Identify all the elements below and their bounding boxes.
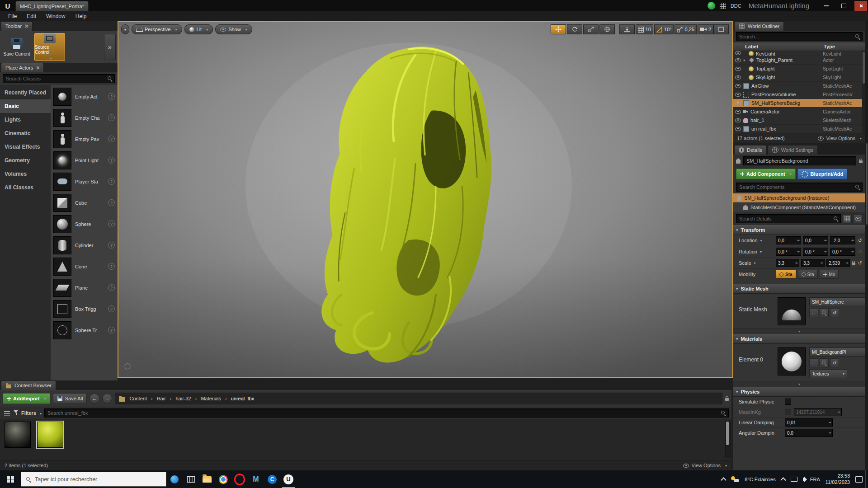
minimize-button[interactable] <box>820 1 833 11</box>
angular-damping-field[interactable]: 0,0 <box>785 429 833 437</box>
column-type[interactable]: Type <box>824 44 865 49</box>
start-button[interactable] <box>0 470 21 488</box>
scale-y-field[interactable]: 3,3 <box>801 259 825 267</box>
taskbar-clock[interactable]: 23:53 11/02/2023 <box>826 473 850 486</box>
outliner-row[interactable]: SkyLight SkyLight <box>733 73 865 82</box>
textures-button[interactable]: Textures <box>809 369 847 378</box>
opera-button[interactable] <box>231 470 248 488</box>
reset-scale-icon[interactable] <box>857 260 863 266</box>
keyboard-language[interactable]: FRA <box>810 477 820 482</box>
category-all-classes[interactable]: All Classes <box>0 181 51 194</box>
outliner-search-input[interactable] <box>736 32 863 41</box>
add-import-button[interactable]: Add/Import <box>3 393 50 404</box>
rotation-x-field[interactable]: 0,0 ° <box>776 248 801 256</box>
category-basic[interactable]: Basic <box>0 99 51 113</box>
breadcrumb-unreal-fbx[interactable]: unreal_fbx <box>231 396 254 401</box>
actor-item-empty-character[interactable]: Empty Cha <box>51 107 118 128</box>
location-x-field[interactable]: 0,0 <box>776 236 801 244</box>
lock-icon[interactable] <box>859 160 863 163</box>
outliner-row[interactable]: PostProcessVolume PostProcessV <box>733 90 865 99</box>
actor-item-point-light[interactable]: Point Light <box>51 150 118 171</box>
breadcrumb-content[interactable]: Content <box>129 396 152 401</box>
reset-location-icon[interactable] <box>857 238 863 244</box>
browse-asset-button[interactable] <box>820 308 829 317</box>
breadcrumb-materials[interactable]: Materials <box>201 396 226 401</box>
use-selected-asset-button[interactable]: ← <box>809 308 818 317</box>
outliner-row-selected[interactable]: SM_HalfSphereBackg StaticMeshAc <box>733 99 865 108</box>
breadcrumb-hair-32[interactable]: hair-32 <box>175 396 197 401</box>
visibility-eye-icon[interactable] <box>735 118 741 122</box>
visibility-eye-icon[interactable] <box>735 84 741 88</box>
actor-item-cylinder[interactable]: Cylinder <box>51 235 118 256</box>
c-app-button[interactable]: C <box>264 470 280 488</box>
visibility-eye-icon[interactable] <box>735 110 741 114</box>
location-z-field[interactable]: -2,0 <box>830 236 855 244</box>
asset-grid[interactable] <box>0 419 731 460</box>
materials-section-header[interactable]: Materials <box>733 334 865 344</box>
content-view-options-button[interactable]: View Options <box>683 463 727 468</box>
reset-asset-button[interactable]: ↺ <box>830 358 839 367</box>
rotation-y-field[interactable]: 0,0 ° <box>803 248 828 256</box>
add-component-button[interactable]: Add Component <box>736 169 796 179</box>
tray-chevron[interactable] <box>780 477 786 483</box>
place-actors-search-input[interactable] <box>3 74 115 83</box>
view-mode-dropdown[interactable]: Lit <box>184 24 213 34</box>
file-explorer-button[interactable] <box>199 470 215 488</box>
category-lights[interactable]: Lights <box>0 113 51 127</box>
advanced-expander[interactable] <box>733 328 865 334</box>
translate-tool-button[interactable] <box>551 24 566 34</box>
surface-snapping-button[interactable] <box>619 24 635 34</box>
material-dropdown[interactable]: MI_BackgoundPl <box>809 347 865 357</box>
rotation-z-field[interactable]: 0,0 ° <box>830 248 855 256</box>
outliner-row[interactable]: AirGlow StaticMeshAc <box>733 82 865 90</box>
menu-edit[interactable]: Edit <box>22 12 41 20</box>
outliner-scrollbar[interactable] <box>862 51 865 133</box>
visibility-eye-icon[interactable] <box>735 101 741 105</box>
close-button[interactable] <box>854 1 867 11</box>
level-viewport[interactable]: ▾ Perspective Lit Show <box>118 21 733 378</box>
outliner-row[interactable]: KeyLight KeyLight <box>733 51 865 56</box>
grid-snap-button[interactable]: 10 <box>636 24 653 34</box>
volume-tray-icon[interactable] <box>803 478 805 481</box>
document-tab[interactable]: MHC_LightingPreset_Portra* <box>15 1 89 11</box>
sources-panel-toggle[interactable] <box>3 409 11 417</box>
tab-details[interactable]: Details <box>734 145 767 155</box>
outliner-row[interactable]: hair_1 SkeletalMesh <box>733 116 865 125</box>
taskbar-search[interactable]: Taper ici pour rechercher <box>21 472 166 487</box>
actor-item-sphere[interactable]: Sphere <box>51 213 118 235</box>
lock-sources-icon[interactable] <box>725 398 729 401</box>
advanced-expander[interactable] <box>733 381 865 387</box>
menu-file[interactable]: File <box>4 12 21 20</box>
browse-asset-button[interactable] <box>820 358 829 367</box>
static-mesh-dropdown[interactable]: SM_HalfSphere <box>809 297 865 306</box>
visibility-eye-icon[interactable] <box>735 51 741 55</box>
physics-section-header[interactable]: Physics <box>733 387 865 397</box>
display-tray-icon[interactable] <box>791 477 797 482</box>
show-dropdown[interactable]: Show <box>215 24 252 34</box>
content-scrollbar[interactable] <box>725 421 731 458</box>
actor-item-player-start[interactable]: Player Sta <box>51 171 118 192</box>
toolbar-expand-button[interactable] <box>104 34 116 60</box>
outliner-row[interactable]: un real_fbx StaticMeshAc <box>733 125 865 133</box>
asset-tile-yellow-hair-selected[interactable] <box>36 422 64 448</box>
category-visual-effects[interactable]: Visual Effects <box>0 140 51 154</box>
maximize-viewport-button[interactable] <box>713 24 729 34</box>
reset-asset-button[interactable]: ↺ <box>830 308 839 317</box>
scale-tool-button[interactable] <box>583 24 599 34</box>
close-tab-icon[interactable] <box>36 66 39 70</box>
camera-speed-button[interactable]: 2 <box>698 24 713 34</box>
rotation-label[interactable]: Rotation <box>739 249 774 254</box>
category-geometry[interactable]: Geometry <box>0 154 51 167</box>
forward-button[interactable]: → <box>102 394 112 404</box>
tab-toolbar[interactable]: Toolbar <box>1 21 33 31</box>
source-control-button[interactable]: Source Control <box>34 33 65 61</box>
back-button[interactable]: ← <box>90 394 99 404</box>
search-components-input[interactable] <box>736 183 863 192</box>
category-volumes[interactable]: Volumes <box>0 167 51 181</box>
visibility-eye-icon[interactable] <box>735 75 741 80</box>
restore-button[interactable] <box>837 1 850 11</box>
tab-world-outliner[interactable]: World Outliner <box>734 21 784 31</box>
breadcrumb-hair[interactable]: Hair <box>157 396 172 401</box>
actor-item-box-trigger[interactable]: Box Trigg <box>51 298 118 319</box>
weather-label[interactable]: 8°C Éclaircies <box>745 477 776 482</box>
